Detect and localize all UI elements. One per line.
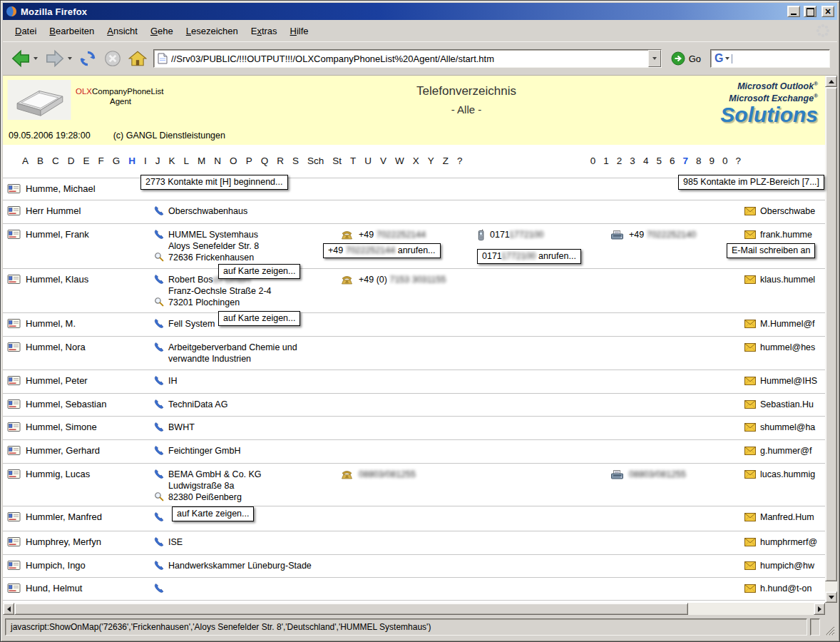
email-address[interactable]: lucas.hummig: [760, 469, 815, 480]
fax-icon[interactable]: [610, 469, 624, 479]
letter-link[interactable]: S: [292, 156, 299, 178]
contact-name[interactable]: Humme, Michael: [26, 183, 96, 195]
letter-link[interactable]: T: [350, 156, 356, 178]
company-name[interactable]: Arbeitgeberverband Chemie und: [168, 342, 340, 353]
email-icon[interactable]: [744, 377, 756, 385]
email-address[interactable]: Manfred.Hum: [760, 511, 814, 523]
zip-city[interactable]: 73201 Plochingen: [168, 297, 340, 308]
email-icon[interactable]: [744, 513, 756, 521]
email-address[interactable]: g.hummer@f: [760, 445, 811, 457]
zip-city[interactable]: 72636 Frickenhausen: [168, 252, 340, 263]
letter-link[interactable]: B: [37, 156, 43, 178]
map-search-icon[interactable]: [154, 297, 164, 307]
menu-item[interactable]: Extras: [245, 22, 284, 40]
email-icon[interactable]: [744, 584, 756, 593]
back-button[interactable]: [10, 48, 38, 69]
go-button[interactable]: Go: [668, 51, 704, 66]
contact-name[interactable]: Hummel, Simone: [26, 422, 97, 433]
email-icon[interactable]: [744, 423, 756, 432]
phone-receiver-icon[interactable]: [154, 469, 165, 479]
contact-card-icon[interactable]: [7, 184, 21, 193]
contact-name[interactable]: Hummel, Nora: [26, 342, 86, 353]
contact-name[interactable]: Humphrey, Merfyn: [26, 536, 101, 548]
letter-link[interactable]: U: [364, 156, 372, 178]
contact-card-icon[interactable]: [7, 319, 21, 328]
contact-card-icon[interactable]: [7, 537, 21, 546]
phone-receiver-icon[interactable]: [154, 375, 165, 386]
email-address[interactable]: h.hund@t-on: [760, 583, 811, 594]
map-search-icon[interactable]: [154, 491, 164, 501]
letter-link[interactable]: F: [98, 156, 104, 178]
mobile-icon[interactable]: [477, 229, 485, 240]
company-name[interactable]: Oberschwabenhaus: [168, 205, 340, 217]
phone-receiver-icon[interactable]: [154, 583, 165, 593]
menu-item[interactable]: Bearbeiten: [43, 22, 101, 40]
close-button[interactable]: [821, 6, 834, 17]
minimize-button[interactable]: [787, 6, 800, 17]
phone-receiver-icon[interactable]: [154, 511, 165, 522]
contact-card-icon[interactable]: [7, 206, 21, 215]
letter-link[interactable]: G: [113, 156, 121, 178]
phone-receiver-icon[interactable]: [154, 445, 165, 456]
email-icon[interactable]: [744, 275, 756, 284]
horizontal-scrollbar[interactable]: [3, 603, 825, 615]
contact-name[interactable]: Hummig, Lucas: [26, 469, 90, 480]
url-history-dropdown[interactable]: [648, 50, 661, 67]
company-name[interactable]: BEMA GmbH & Co. KG: [168, 469, 340, 480]
phone-receiver-icon[interactable]: [154, 536, 165, 547]
resize-grip[interactable]: [823, 618, 835, 636]
contact-name[interactable]: Hummel, Peter: [26, 375, 88, 387]
email-address[interactable]: humphrmerf@: [760, 536, 817, 548]
menu-item[interactable]: Gehe: [144, 22, 180, 40]
email-icon[interactable]: [744, 320, 756, 328]
email-icon[interactable]: [744, 230, 756, 239]
email-icon[interactable]: [744, 538, 756, 546]
plz-link[interactable]: 5: [656, 156, 662, 178]
phone-receiver-icon[interactable]: [154, 274, 165, 285]
mobile-number[interactable]: 01711772100: [490, 229, 544, 240]
plz-link[interactable]: 6: [670, 156, 675, 178]
phone-receiver-icon[interactable]: [154, 342, 165, 352]
company-name[interactable]: TechniData AG: [168, 399, 340, 410]
plz-link[interactable]: 1: [603, 156, 609, 178]
phone-number[interactable]: +49 7022252144: [359, 229, 426, 240]
letter-link[interactable]: C: [52, 156, 59, 178]
letter-link[interactable]: ?: [457, 156, 463, 178]
phone-number[interactable]: +49 (0) 7153 3031155: [359, 274, 446, 285]
email-icon[interactable]: [744, 207, 756, 215]
plz-link[interactable]: 0: [590, 156, 596, 178]
contact-card-icon[interactable]: [7, 512, 21, 521]
phone-receiver-icon[interactable]: [154, 318, 165, 329]
email-address[interactable]: M.Hummel@f: [760, 318, 815, 330]
contact-card-icon[interactable]: [7, 230, 21, 239]
email-address[interactable]: frank.humme: [760, 229, 812, 240]
menu-item[interactable]: Lesezeichen: [180, 22, 245, 40]
back-dropdown-icon[interactable]: [34, 57, 38, 60]
phone-receiver-icon[interactable]: [154, 560, 165, 571]
phone-receiver-icon[interactable]: [154, 399, 165, 409]
contact-name[interactable]: Hummel, Frank: [26, 229, 89, 240]
letter-link[interactable]: Y: [428, 156, 434, 178]
phone-receiver-icon[interactable]: [154, 422, 165, 432]
company-name[interactable]: Feichtinger GmbH: [168, 445, 340, 457]
email-address[interactable]: Oberschwabe: [760, 205, 815, 217]
menu-item[interactable]: Hilfe: [284, 22, 315, 40]
reload-button[interactable]: [78, 49, 97, 68]
search-engine-dropdown-icon[interactable]: [725, 57, 729, 60]
contact-name[interactable]: Hummler, Manfred: [26, 511, 102, 523]
company-name[interactable]: IH: [168, 375, 340, 387]
phone-receiver-icon[interactable]: [154, 229, 165, 240]
email-address[interactable]: humpich@hw: [760, 560, 814, 571]
contact-card-icon[interactable]: [7, 399, 21, 409]
zip-city[interactable]: 82380 Peißenberg: [168, 491, 340, 503]
contact-name[interactable]: Humpich, Ingo: [26, 560, 86, 571]
phone-number[interactable]: 08803/081255: [359, 469, 416, 480]
letter-link[interactable]: St: [332, 156, 342, 178]
menu-item[interactable]: Datei: [9, 22, 43, 40]
contact-card-icon[interactable]: [7, 376, 21, 385]
email-icon[interactable]: [744, 447, 756, 455]
menu-item[interactable]: Ansicht: [101, 22, 144, 40]
scroll-up-button[interactable]: [825, 76, 837, 87]
email-address[interactable]: shummel@ha: [760, 422, 815, 433]
phone-receiver-icon[interactable]: [154, 205, 165, 216]
